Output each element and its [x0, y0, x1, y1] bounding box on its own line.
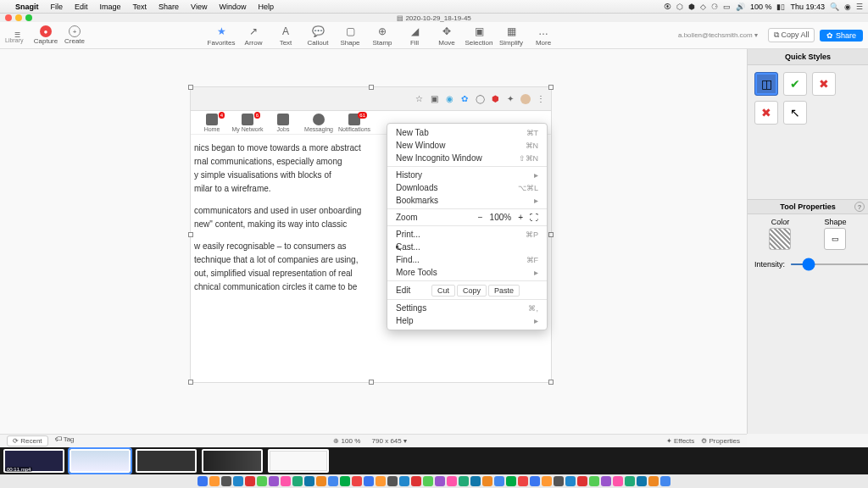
create-button[interactable]: +Create — [63, 25, 86, 45]
dock-icon[interactable] — [209, 476, 220, 486]
dock-icon[interactable] — [376, 476, 386, 486]
help-icon[interactable]: ? — [854, 202, 865, 212]
zoom-indicator[interactable]: ⊕ 100 % — [333, 437, 360, 445]
menu-window[interactable]: Window — [214, 3, 251, 11]
share-button[interactable]: ✿ Share — [820, 30, 863, 42]
dock-icon[interactable] — [625, 476, 635, 486]
library-label[interactable]: Library — [5, 37, 23, 43]
tool-callout[interactable]: 💬Callout — [303, 24, 332, 47]
zoom-out[interactable]: − — [478, 213, 483, 222]
dock-icon[interactable] — [198, 476, 208, 486]
thumbnail[interactable] — [136, 449, 197, 473]
search-icon[interactable]: 🔍 — [830, 3, 839, 11]
effects-button[interactable]: ✦ Effects — [666, 437, 695, 445]
tag-button[interactable]: 🏷 Tag — [55, 435, 75, 446]
siri-icon[interactable]: ◉ — [844, 3, 851, 11]
wifi-icon[interactable]: ⚆ — [711, 3, 718, 11]
dock-icon[interactable] — [411, 476, 421, 486]
tool-more[interactable]: …More — [529, 24, 558, 47]
dock-icon[interactable] — [589, 476, 599, 486]
status-icon[interactable]: ◇ — [700, 3, 706, 11]
dock-icon[interactable] — [352, 476, 362, 486]
dock-icon[interactable] — [340, 476, 350, 486]
thumbnail[interactable] — [268, 449, 329, 473]
menu-edit[interactable]: Edit — [70, 3, 93, 11]
dock-icon[interactable] — [660, 476, 670, 486]
dock-icon[interactable] — [648, 476, 659, 486]
menu-cast[interactable]: Cast... — [387, 241, 547, 253]
dock-icon[interactable] — [554, 476, 564, 486]
dock-icon[interactable] — [435, 476, 445, 486]
ext-icon[interactable]: ◯ — [475, 94, 485, 104]
quickstyle-pointer[interactable]: ↖ — [783, 101, 807, 125]
battery-icon[interactable]: ▮▯ — [776, 3, 785, 11]
dock-icon[interactable] — [459, 476, 469, 486]
menu-newwindow[interactable]: New Window⌘N — [387, 139, 547, 152]
color-swatch[interactable] — [769, 228, 791, 250]
resize-handle[interactable] — [548, 232, 554, 237]
dock-icon[interactable] — [399, 476, 409, 486]
dock-icon[interactable] — [233, 476, 243, 486]
status-icon[interactable]: ⬡ — [676, 3, 683, 11]
properties-button[interactable]: ⚙ Properties — [701, 437, 740, 445]
dock-icon[interactable] — [328, 476, 338, 486]
menu-print[interactable]: Print...⌘P — [387, 228, 547, 241]
capture-button[interactable]: ●Capture — [34, 25, 58, 45]
resize-handle[interactable] — [369, 85, 374, 90]
ext-icon[interactable]: ✿ — [459, 94, 470, 104]
menu-file[interactable]: File — [46, 3, 69, 11]
dock-icon[interactable] — [316, 476, 326, 486]
thumbnail[interactable] — [202, 449, 263, 473]
menu-image[interactable]: Image — [95, 3, 126, 11]
quickstyle-item[interactable]: ✖ — [812, 72, 836, 96]
dock-icon[interactable] — [577, 476, 587, 486]
dock-icon[interactable] — [518, 476, 528, 486]
thumbnail[interactable]: 00:11.mp4 — [3, 449, 64, 473]
dock-icon[interactable] — [281, 476, 291, 486]
status-icon[interactable]: ⦿ — [664, 3, 671, 11]
menu-share[interactable]: Share — [153, 3, 184, 11]
ext-icon[interactable]: ▣ — [429, 94, 439, 104]
dock-icon[interactable] — [269, 476, 279, 486]
quickstyle-item[interactable]: ◫ — [754, 72, 778, 96]
nav-notifications[interactable]: 61Notifications — [337, 114, 372, 132]
dock-icon[interactable] — [530, 476, 540, 486]
resize-handle[interactable] — [188, 85, 193, 90]
tool-fill[interactable]: ◢Fill — [400, 24, 429, 47]
tool-arrow[interactable]: ↗Arrow — [239, 24, 268, 47]
volume-icon[interactable]: 🔊 — [736, 3, 745, 11]
tool-stamp[interactable]: ⊕Stamp — [368, 24, 397, 47]
shape-swatch[interactable]: ▭ — [824, 228, 846, 250]
intensity-slider[interactable] — [790, 263, 868, 265]
dock-icon[interactable] — [387, 476, 398, 486]
tool-simplify[interactable]: ▦Simplify — [497, 24, 526, 47]
zoom-in[interactable]: + — [518, 213, 523, 222]
dock-icon[interactable] — [470, 476, 481, 486]
dock-icon[interactable] — [542, 476, 552, 486]
menu-downloads[interactable]: Downloads⌥⌘L — [387, 181, 547, 194]
menu-find[interactable]: Find...⌘F — [387, 253, 547, 266]
dock-icon[interactable] — [565, 476, 576, 486]
tool-move[interactable]: ✥Move — [432, 24, 461, 47]
resize-handle[interactable] — [548, 85, 554, 90]
quickstyle-item[interactable]: ✔ — [783, 72, 807, 96]
avatar-icon[interactable] — [520, 94, 531, 104]
dock-icon[interactable] — [423, 476, 433, 486]
tool-favorites[interactable]: ★Favorites — [207, 24, 236, 47]
dock-icon[interactable] — [601, 476, 611, 486]
nav-messaging[interactable]: Messaging — [301, 114, 337, 132]
status-icon[interactable]: ⬢ — [688, 3, 695, 11]
ext-icon[interactable]: ✦ — [505, 94, 515, 104]
menu-newtab[interactable]: New Tab⌘T — [387, 126, 547, 139]
tool-selection[interactable]: ▣Selection — [465, 24, 493, 47]
account-label[interactable]: a.bollen@techsmith.com ▾ — [678, 31, 758, 39]
dock-icon[interactable] — [637, 476, 647, 486]
dock-icon[interactable] — [245, 476, 255, 486]
menu-help[interactable]: Help — [253, 3, 279, 11]
edit-cut[interactable]: Cut — [431, 285, 455, 297]
dock-icon[interactable] — [292, 476, 303, 486]
menu-bookmarks[interactable]: Bookmarks▸ — [387, 194, 547, 207]
nav-jobs[interactable]: Jobs — [265, 114, 301, 132]
notif-icon[interactable]: ☰ — [856, 3, 863, 11]
quickstyle-item[interactable]: ✖ — [754, 101, 778, 125]
